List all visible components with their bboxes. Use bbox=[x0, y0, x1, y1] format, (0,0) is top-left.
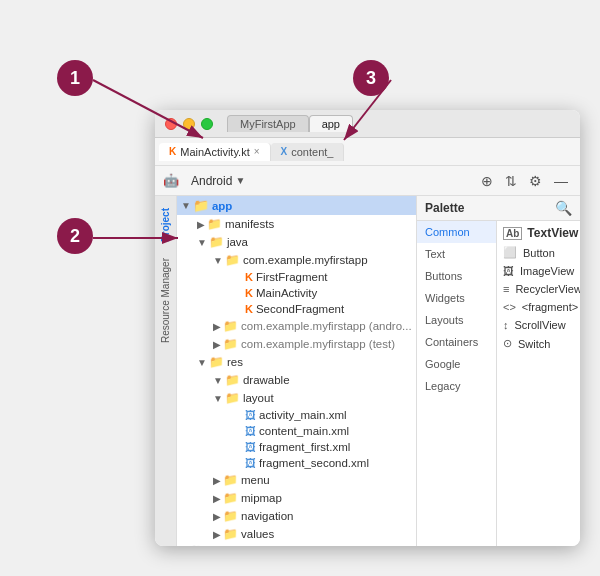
fragment-icon: <> bbox=[503, 301, 516, 313]
badge-1: 1 bbox=[57, 60, 93, 96]
package-folder-icon: 📁 bbox=[225, 253, 240, 267]
tree-item-drawable[interactable]: ▼ 📁 drawable bbox=[177, 371, 416, 389]
palette-title: Palette bbox=[425, 201, 464, 215]
recyclerview-icon: ≡ bbox=[503, 283, 509, 295]
pkg-test-icon: 📁 bbox=[223, 337, 238, 351]
manifests-folder-icon: 📁 bbox=[207, 217, 222, 231]
res-folder-icon: 📁 bbox=[209, 355, 224, 369]
tree-item-res[interactable]: ▼ 📁 res bbox=[177, 353, 416, 371]
widget-scrollview[interactable]: ↕ ScrollView bbox=[497, 316, 580, 334]
tree-item-secondfragment[interactable]: K SecondFragment bbox=[177, 301, 416, 317]
android-selector[interactable]: Android ▼ bbox=[185, 172, 251, 190]
file-tree: ▼ 📁 app ▶ 📁 manifests ▼ 📁 java ▼ 📁 com.e… bbox=[177, 196, 417, 546]
xml-layout-icon-2: 🖼 bbox=[245, 425, 256, 437]
tree-item-fragment-second[interactable]: 🖼 fragment_second.xml bbox=[177, 455, 416, 471]
close-button[interactable] bbox=[165, 118, 177, 130]
badge-2: 2 bbox=[57, 218, 93, 254]
cat-common[interactable]: Common bbox=[417, 221, 496, 243]
cat-buttons[interactable]: Buttons bbox=[417, 265, 496, 287]
tab-close-main[interactable]: × bbox=[254, 146, 260, 157]
title-tabs: MyFirstApp app bbox=[227, 115, 353, 132]
mipmap-folder-icon: 📁 bbox=[223, 491, 238, 505]
badge-3: 3 bbox=[353, 60, 389, 96]
gradle-icon: 🐘 bbox=[191, 545, 206, 546]
tab-content[interactable]: X content_ bbox=[271, 143, 345, 161]
imageview-icon: 🖼 bbox=[503, 265, 514, 277]
layout-folder-icon: 📁 bbox=[225, 391, 240, 405]
kotlin-icon: K bbox=[169, 146, 176, 157]
tree-item-manifests[interactable]: ▶ 📁 manifests bbox=[177, 215, 416, 233]
tree-item-com-android[interactable]: ▶ 📁 com.example.myfirstapp (andro... bbox=[177, 317, 416, 335]
scrollview-icon: ↕ bbox=[503, 319, 509, 331]
button-icon: ⬜ bbox=[503, 246, 517, 259]
sync-icon[interactable]: ⊕ bbox=[477, 171, 497, 191]
palette-panel: Palette 🔍 Common Text Buttons Widgets bbox=[417, 196, 580, 546]
xml-layout-icon-3: 🖼 bbox=[245, 441, 256, 453]
drawable-folder-icon: 📁 bbox=[225, 373, 240, 387]
kotlin-file-icon-1: K bbox=[245, 271, 253, 283]
cat-widgets[interactable]: Widgets bbox=[417, 287, 496, 309]
tree-item-firstfragment[interactable]: K FirstFragment bbox=[177, 269, 416, 285]
content-area: Project Resource Manager ▼ 📁 app ▶ 📁 man… bbox=[155, 196, 580, 546]
vertical-tabs: Project Resource Manager bbox=[155, 196, 177, 546]
widget-switch[interactable]: ⊙ Switch bbox=[497, 334, 580, 353]
tree-item-activity-main[interactable]: 🖼 activity_main.xml bbox=[177, 407, 416, 423]
sort-icon[interactable]: ⇅ bbox=[501, 171, 521, 191]
values-folder-icon: 📁 bbox=[223, 527, 238, 541]
cat-legacy[interactable]: Legacy bbox=[417, 375, 496, 397]
resource-manager-tab[interactable]: Resource Manager bbox=[157, 250, 174, 351]
tab-myfirstapp[interactable]: MyFirstApp bbox=[227, 115, 309, 132]
palette-widgets: Ab TextView ⬜ Button 🖼 ImageView ≡ Recyc… bbox=[497, 221, 580, 546]
cat-google[interactable]: Google bbox=[417, 353, 496, 375]
pkg-android-icon: 📁 bbox=[223, 319, 238, 333]
minimize-button[interactable] bbox=[183, 118, 195, 130]
maximize-button[interactable] bbox=[201, 118, 213, 130]
widget-recyclerview[interactable]: ≡ RecyclerView bbox=[497, 280, 580, 298]
palette-content: Common Text Buttons Widgets Layouts bbox=[417, 221, 580, 546]
widget-button[interactable]: ⬜ Button bbox=[497, 243, 580, 262]
switch-icon: ⊙ bbox=[503, 337, 512, 350]
widget-textview[interactable]: Ab TextView bbox=[497, 223, 580, 243]
tree-item-com-test[interactable]: ▶ 📁 com.example.myfirstapp (test) bbox=[177, 335, 416, 353]
widget-fragment[interactable]: <> <fragment> bbox=[497, 298, 580, 316]
editor-tabs: K MainActivity.kt × X content_ bbox=[155, 138, 580, 166]
gear-icon[interactable]: ⚙ bbox=[525, 171, 546, 191]
tree-item-navigation[interactable]: ▶ 📁 navigation bbox=[177, 507, 416, 525]
menu-folder-icon: 📁 bbox=[223, 473, 238, 487]
java-folder-icon: 📁 bbox=[209, 235, 224, 249]
xml-icon: X bbox=[281, 146, 288, 157]
minimize-icon[interactable]: — bbox=[550, 171, 572, 191]
nav-folder-icon: 📁 bbox=[223, 509, 238, 523]
tab-app[interactable]: app bbox=[309, 115, 353, 132]
palette-header: Palette 🔍 bbox=[417, 196, 580, 221]
toolbar: 🤖 Android ▼ ⊕ ⇅ ⚙ — bbox=[155, 166, 580, 196]
kotlin-file-icon-3: K bbox=[245, 303, 253, 315]
tree-item-java[interactable]: ▼ 📁 java bbox=[177, 233, 416, 251]
tree-item-app[interactable]: ▼ 📁 app bbox=[177, 196, 416, 215]
cat-layouts[interactable]: Layouts bbox=[417, 309, 496, 331]
cat-containers[interactable]: Containers bbox=[417, 331, 496, 353]
project-tab[interactable]: Project bbox=[157, 200, 174, 250]
tree-item-content-main[interactable]: 🖼 content_main.xml bbox=[177, 423, 416, 439]
palette-search-button[interactable]: 🔍 bbox=[555, 200, 572, 216]
xml-layout-icon-1: 🖼 bbox=[245, 409, 256, 421]
expand-icon: ▼ bbox=[181, 200, 191, 211]
title-bar: MyFirstApp app bbox=[155, 110, 580, 138]
ide-window: MyFirstApp app K MainActivity.kt × X con… bbox=[155, 110, 580, 546]
tree-item-menu[interactable]: ▶ 📁 menu bbox=[177, 471, 416, 489]
tab-mainactivity[interactable]: K MainActivity.kt × bbox=[159, 143, 271, 161]
tree-item-gradle[interactable]: ▶ 🐘 Gradle Scripts bbox=[177, 543, 416, 546]
widget-imageview[interactable]: 🖼 ImageView bbox=[497, 262, 580, 280]
kotlin-file-icon-2: K bbox=[245, 287, 253, 299]
tree-item-mainactivity[interactable]: K MainActivity bbox=[177, 285, 416, 301]
android-logo-icon: 🤖 bbox=[163, 173, 179, 188]
cat-text[interactable]: Text bbox=[417, 243, 496, 265]
tree-item-mipmap[interactable]: ▶ 📁 mipmap bbox=[177, 489, 416, 507]
tree-item-com-example[interactable]: ▼ 📁 com.example.myfirstapp bbox=[177, 251, 416, 269]
palette-categories: Common Text Buttons Widgets Layouts bbox=[417, 221, 497, 546]
chevron-down-icon: ▼ bbox=[235, 175, 245, 186]
xml-layout-icon-4: 🖼 bbox=[245, 457, 256, 469]
tree-item-values[interactable]: ▶ 📁 values bbox=[177, 525, 416, 543]
tree-item-fragment-first[interactable]: 🖼 fragment_first.xml bbox=[177, 439, 416, 455]
tree-item-layout[interactable]: ▼ 📁 layout bbox=[177, 389, 416, 407]
